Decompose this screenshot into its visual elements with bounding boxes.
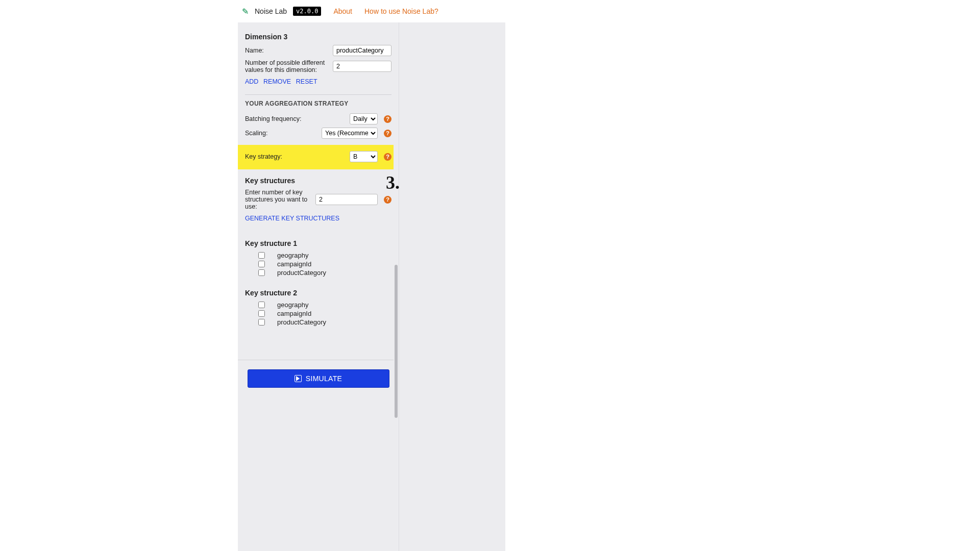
help-icon[interactable]: ? [384,153,391,161]
ks1-opt-label: productCategory [277,269,326,277]
dimension3-heading: Dimension 3 [245,33,391,41]
dim3-cardinality-label: Number of possible different values for … [245,59,329,73]
keystruct1-list: geography campaignId productCategory [258,252,391,277]
dimension-action-row: ADD REMOVE RESET [245,78,391,85]
ks2-campaignid-checkbox[interactable] [258,310,265,317]
scaling-label: Scaling: [245,130,317,137]
ks2-opt-label: productCategory [277,318,326,326]
help-icon[interactable]: ? [384,196,391,204]
scaling-select[interactable]: Yes (Recommended) [322,128,378,139]
dim-remove-link[interactable]: REMOVE [263,78,291,85]
help-icon[interactable]: ? [384,130,391,137]
keystruct2-heading: Key structure 2 [245,289,391,297]
key-strategy-select[interactable]: B [350,151,378,162]
brand-icon: ✎ [242,7,249,16]
config-panel: Dimension 3 Name: Number of possible dif… [238,22,399,551]
key-strategy-highlight: Key strategy: B ? [238,145,399,169]
help-icon[interactable]: ? [384,115,391,123]
agg-heading: YOUR AGGREGATION STRATEGY [245,100,391,107]
ks2-opt-label: geography [277,301,308,309]
key-strategy-label: Key strategy: [245,153,346,160]
batching-label: Batching frequency: [245,115,346,122]
simulate-label: SIMULATE [306,374,342,383]
ks2-opt-label: campaignId [277,310,311,317]
generate-key-structures-link[interactable]: GENERATE KEY STRUCTURES [245,215,339,222]
ks1-campaignid-checkbox[interactable] [258,261,265,267]
batching-select[interactable]: Daily [350,113,378,124]
ks1-opt-label: geography [277,252,308,259]
key-structures-heading: Key structures [245,177,391,185]
simulate-button[interactable]: SIMULATE [248,369,389,388]
keystruct-count-label: Enter number of key structures you want … [245,189,311,210]
ks1-opt-label: campaignId [277,260,311,268]
ks2-geography-checkbox[interactable] [258,302,265,308]
nav-howto[interactable]: How to use Noise Lab? [364,7,438,15]
results-panel [399,22,505,551]
scrollbar-track[interactable] [394,22,399,551]
nav-about[interactable]: About [333,7,352,15]
dim-reset-link[interactable]: RESET [296,78,317,85]
top-bar: ✎ Noise Lab v2.0.0 About How to use Nois… [0,0,980,22]
version-badge: v2.0.0 [293,7,321,16]
divider [245,94,391,95]
truncated-prev-section [245,22,391,29]
ks1-geography-checkbox[interactable] [258,252,265,259]
dim3-name-label: Name: [245,47,329,54]
keystruct1-heading: Key structure 1 [245,239,391,247]
ks1-productcategory-checkbox[interactable] [258,269,265,276]
play-icon [295,375,302,382]
scrollbar-thumb[interactable] [395,265,398,418]
ks2-productcategory-checkbox[interactable] [258,319,265,325]
keystruct-count-input[interactable] [315,194,378,205]
dim-add-link[interactable]: ADD [245,78,258,85]
brand-name: Noise Lab [255,7,287,15]
annotation-label: 3. [386,172,400,193]
workspace: Dimension 3 Name: Number of possible dif… [238,22,505,551]
dim3-cardinality-input[interactable] [333,61,391,72]
dim3-name-input[interactable] [333,45,391,56]
keystruct2-list: geography campaignId productCategory [258,301,391,326]
